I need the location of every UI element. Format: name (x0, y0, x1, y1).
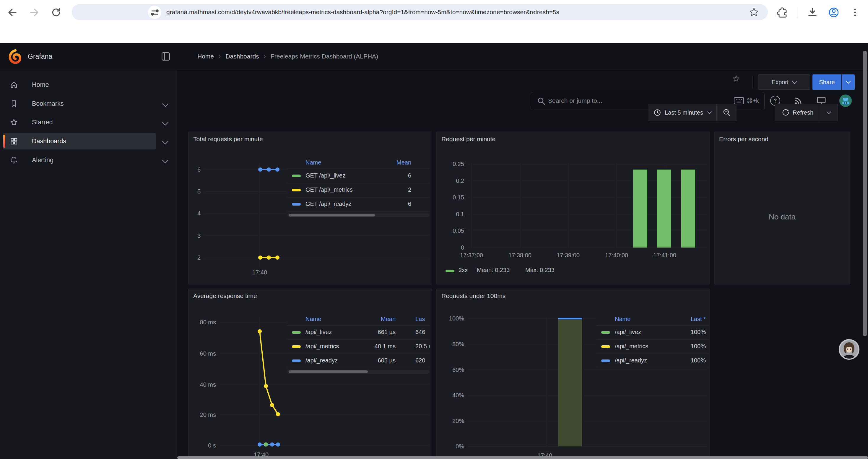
download-icon (807, 7, 818, 18)
y-tick: 40% (437, 391, 464, 399)
breadcrumb-home[interactable]: Home (197, 53, 214, 60)
series-color-pill (601, 359, 610, 362)
vertical-scrollbar[interactable] (863, 51, 867, 336)
legend-row[interactable]: /api/_readyz 100% (596, 354, 709, 368)
refresh-button[interactable]: Refresh (775, 104, 820, 121)
series-name[interactable]: /api/_readyz (306, 357, 338, 364)
profile-button[interactable] (827, 6, 840, 19)
panel-title[interactable]: Errors per second (719, 136, 769, 143)
chevron-down-icon[interactable] (162, 138, 168, 144)
series-name[interactable]: GET /api/_metrics (306, 186, 353, 193)
legend-row[interactable]: /api/_livez 100% (596, 326, 709, 340)
user-avatar[interactable] (839, 95, 852, 107)
sidebar-item-label: Dashboards (32, 133, 66, 150)
series-name[interactable]: /api/_metrics (306, 343, 339, 350)
sidebar-item-starred[interactable]: Starred (3, 114, 156, 131)
assistant-floating-avatar[interactable] (838, 339, 860, 360)
panel-errors-per-second: Errors per second No data (714, 132, 850, 285)
legend-scrollbar[interactable] (287, 370, 430, 374)
forward-button[interactable] (28, 6, 41, 19)
gridline (260, 316, 260, 446)
legend-col-last[interactable]: Last * (691, 316, 706, 323)
url-bar[interactable]: grafana.mathmast.com/d/deytv4rwavabkb/fr… (72, 4, 768, 20)
chevron-down-icon[interactable] (162, 119, 168, 126)
y-tick: 20% (437, 417, 464, 425)
legend-row[interactable]: /api/_livez 661 µs 646 (287, 326, 430, 340)
back-button[interactable] (6, 6, 19, 19)
dock-menu-toggle[interactable] (161, 52, 170, 61)
panel-title[interactable]: Total requests per minute (193, 136, 263, 143)
series-mean: 6 (408, 201, 411, 207)
panel-title[interactable]: Request per minute (441, 136, 495, 143)
series-name[interactable]: GET /api/_readyz (306, 201, 351, 207)
downloads-button[interactable] (806, 6, 819, 19)
sidebar-item-home[interactable]: Home (3, 76, 156, 93)
legend-col-name[interactable]: Name (306, 159, 321, 166)
chevron-down-icon[interactable] (162, 101, 168, 107)
chevron-down-icon[interactable] (162, 157, 168, 163)
sidebar-item-dashboards[interactable]: Dashboards (3, 133, 156, 150)
legend-header: Name Mean Las (287, 314, 430, 326)
scrollbar-thumb[interactable] (289, 214, 375, 217)
legend-row[interactable]: GET /api/_metrics 2 (287, 183, 430, 197)
panel-avg-response-time: Average response time 80 ms 60 ms 40 ms … (188, 289, 432, 459)
series-name[interactable]: /api/_livez (306, 329, 332, 335)
export-button[interactable]: Export (758, 74, 810, 90)
zoom-out-icon (723, 108, 731, 117)
url-text[interactable]: grafana.mathmast.com/d/deytv4rwavabkb/fr… (166, 4, 559, 20)
y-tick: 0.05 (437, 227, 464, 234)
search-shortcut: ⌘+k (734, 92, 759, 109)
refresh-label: Refresh (793, 109, 813, 116)
grafana-logo[interactable] (8, 49, 22, 64)
gridline (520, 162, 520, 248)
panel-title[interactable]: Requests under 100ms (441, 292, 505, 299)
legend-row[interactable]: /api/_metrics 100% (596, 340, 709, 354)
browser-menu-button[interactable] (848, 6, 862, 19)
legend-row[interactable]: /api/_readyz 605 µs 620 (287, 354, 430, 368)
y-tick: 0.15 (437, 193, 464, 201)
gridline (219, 385, 429, 385)
dashboards-icon (10, 137, 18, 145)
scrollbar-thumb[interactable] (289, 370, 368, 373)
gridline (468, 164, 707, 164)
series-color-pill (292, 189, 301, 191)
extensions-puzzle-icon (777, 7, 787, 18)
legend-col-name[interactable]: Name (615, 316, 630, 323)
series-name[interactable]: /api/_metrics (615, 343, 648, 350)
legend-col-mean[interactable]: Mean (381, 316, 396, 323)
site-info-icon[interactable] (148, 6, 161, 19)
series-name[interactable]: 2xx (459, 267, 468, 273)
legend-row[interactable]: GET /api/_livez 6 (287, 169, 430, 183)
star-icon (10, 119, 18, 126)
y-tick: 60 ms (188, 350, 216, 357)
zoom-out-button[interactable] (717, 104, 737, 121)
bookmarks-bar: Freeleaps 收藏博客 (0, 25, 868, 43)
brand-name[interactable]: Grafana (28, 43, 52, 70)
legend-scrollbar[interactable] (287, 213, 430, 217)
series-name[interactable]: GET /api/_livez (306, 172, 345, 179)
share-button[interactable]: Share (812, 74, 841, 90)
sidebar-item-alerting[interactable]: Alerting (3, 152, 156, 168)
panel-title[interactable]: Average response time (193, 292, 257, 299)
gridline (468, 446, 707, 447)
time-range-picker[interactable]: Last 5 minutes (648, 104, 716, 121)
sidebar-item-bookmarks[interactable]: Bookmarks (3, 95, 156, 112)
legend-col-name[interactable]: Name (306, 316, 321, 323)
reload-button[interactable] (50, 6, 63, 19)
series-name[interactable]: /api/_readyz (615, 357, 647, 364)
legend-col-last[interactable]: Las (415, 316, 425, 323)
extensions-button[interactable] (776, 6, 788, 19)
share-label: Share (819, 79, 835, 86)
bookmark-star-button[interactable] (749, 7, 759, 17)
series-name[interactable]: /api/_livez (615, 329, 641, 335)
share-menu-button[interactable] (842, 74, 855, 90)
legend-col-mean[interactable]: Mean (397, 159, 411, 166)
horizontal-scrollbar[interactable] (177, 456, 868, 459)
legend-row[interactable]: /api/_metrics 40.1 ms 20.5 r (287, 340, 430, 354)
kebab-menu-icon (850, 7, 860, 18)
refresh-interval-button[interactable] (820, 104, 838, 121)
panel-left-icon (161, 52, 170, 61)
legend-row[interactable]: GET /api/_readyz 6 (287, 197, 430, 211)
favorite-dashboard-button[interactable]: ☆ (732, 73, 740, 84)
breadcrumb-dashboards[interactable]: Dashboards (225, 53, 259, 60)
